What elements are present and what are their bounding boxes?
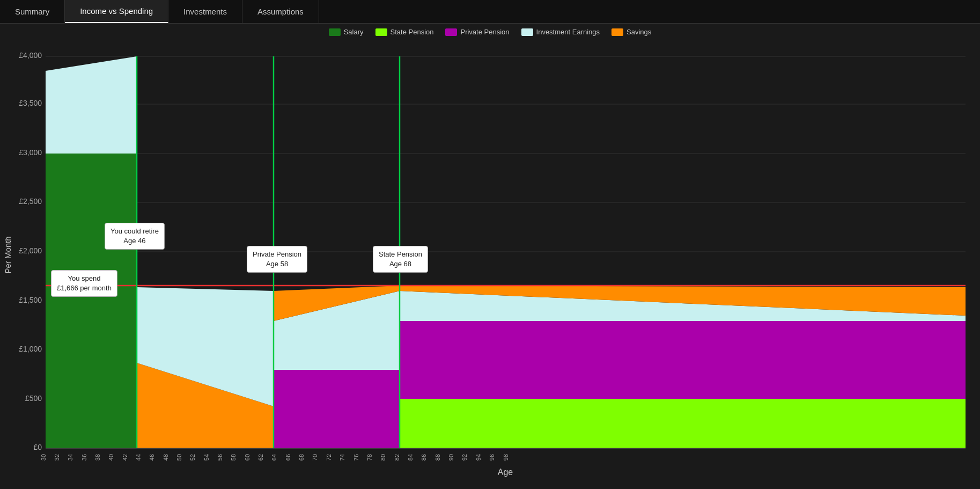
nav-investments[interactable]: Investments [168,0,242,23]
svg-text:92: 92 [461,454,468,461]
chart-svg: £0 £500 £1,000 £1,500 £2,000 £2,500 £3,0… [0,40,980,486]
svg-text:86: 86 [421,454,427,461]
svg-text:52: 52 [189,454,196,461]
svg-text:42: 42 [122,454,128,461]
svg-text:36: 36 [81,454,87,461]
svg-text:98: 98 [503,454,509,461]
svg-text:72: 72 [326,454,332,461]
legend: Salary State Pension Private Pension Inv… [0,24,980,40]
x-axis-title: Age [498,468,513,477]
svg-text:90: 90 [448,454,454,461]
svg-text:£1,500: £1,500 [19,296,42,304]
svg-text:68: 68 [298,454,305,461]
svg-text:46: 46 [149,454,155,461]
svg-text:32: 32 [54,454,60,461]
svg-text:60: 60 [244,454,250,461]
chart-area: £0 £500 £1,000 £1,500 £2,000 £2,500 £3,0… [0,40,980,486]
legend-private-pension: Private Pension [445,28,509,36]
x-axis-labels: 30 32 34 36 38 40 42 44 46 48 50 52 54 5… [40,454,509,461]
svg-text:£500: £500 [25,394,42,403]
svg-text:58: 58 [230,454,237,461]
svg-text:62: 62 [257,454,264,461]
svg-text:£3,000: £3,000 [19,148,42,157]
svg-text:48: 48 [163,454,169,461]
legend-investment-earnings: Investment Earnings [521,28,600,36]
svg-text:30: 30 [40,454,47,461]
svg-text:70: 70 [312,454,318,461]
svg-text:66: 66 [285,454,291,461]
svg-text:44: 44 [135,454,142,461]
svg-text:64: 64 [271,454,277,461]
y-axis-title: Per Month [3,236,12,273]
nav-bar: Summary Income vs Spending Investments A… [0,0,980,24]
svg-text:94: 94 [475,454,482,461]
svg-text:34: 34 [67,454,73,461]
svg-text:82: 82 [394,454,400,461]
svg-text:£3,500: £3,500 [19,99,42,107]
svg-text:56: 56 [217,454,223,461]
savings-color-swatch [611,28,623,36]
nav-summary[interactable]: Summary [0,0,65,23]
svg-text:78: 78 [366,454,373,461]
private-pension-color-swatch [445,28,457,36]
svg-text:38: 38 [94,454,101,461]
svg-text:88: 88 [434,454,441,461]
nav-income-vs-spending[interactable]: Income vs Spending [65,0,168,23]
salary-color-swatch [329,28,341,36]
investment-earnings-color-swatch [521,28,533,36]
investment-block-1 [46,56,137,154]
state-pension-color-swatch [375,28,387,36]
legend-state-pension: State Pension [375,28,434,36]
nav-assumptions[interactable]: Assumptions [242,0,319,23]
svg-text:74: 74 [339,454,345,461]
legend-salary: Salary [329,28,364,36]
svg-text:£0: £0 [33,443,42,451]
svg-text:£4,000: £4,000 [19,51,42,60]
svg-text:54: 54 [203,454,210,461]
svg-text:£1,000: £1,000 [19,345,42,353]
svg-text:76: 76 [353,454,359,461]
svg-text:84: 84 [407,454,414,461]
legend-savings: Savings [611,28,651,36]
svg-text:40: 40 [108,454,114,461]
svg-text:£2,000: £2,000 [19,246,42,255]
svg-text:50: 50 [176,454,182,461]
svg-text:£2,500: £2,500 [19,197,42,206]
state-pension-block [400,399,966,448]
private-pension-block-4 [400,321,966,399]
svg-text:96: 96 [489,454,495,461]
private-pension-block [274,370,400,448]
salary-block-1 [46,154,137,448]
svg-text:80: 80 [380,454,386,461]
